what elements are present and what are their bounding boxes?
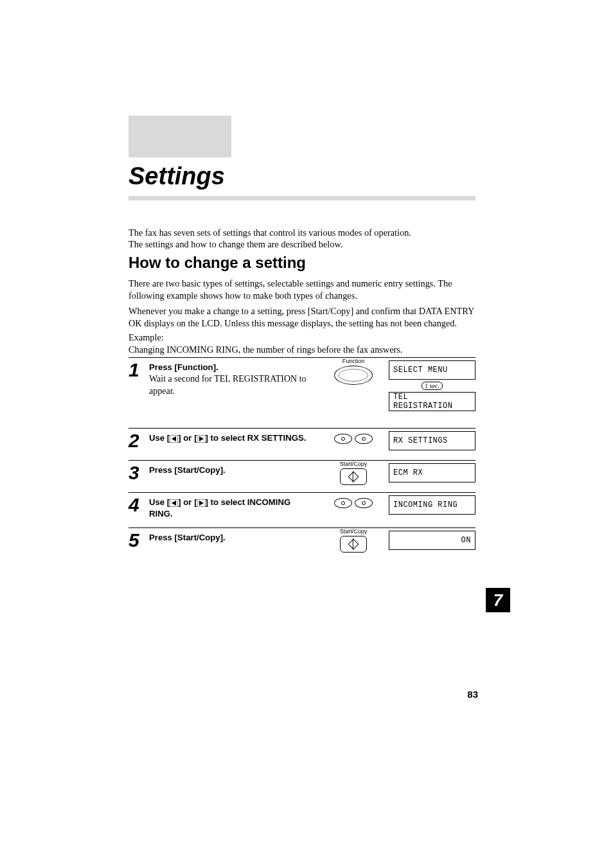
lcd-display: RX SETTINGS bbox=[389, 431, 475, 450]
left-arrow-icon bbox=[170, 499, 178, 507]
example-label: Example: bbox=[129, 332, 164, 342]
left-arrow-icon bbox=[170, 435, 178, 443]
right-arrow-icon bbox=[197, 499, 206, 507]
step-instruction: Use [] or [] to select INCOMING RING. bbox=[149, 497, 316, 520]
para-setting-types: There are two basic types of settings, s… bbox=[129, 278, 475, 301]
step-number: 1 bbox=[129, 359, 139, 381]
step-instruction: Press [Function]. Wait a second for TEL … bbox=[149, 362, 316, 398]
step-text-prefix: Use [ bbox=[149, 433, 170, 443]
lcd-display: SELECT MENU bbox=[389, 360, 475, 380]
step-number: 4 bbox=[129, 494, 139, 516]
lcd-column: ON bbox=[389, 531, 475, 558]
right-arrow-icon bbox=[197, 435, 206, 443]
diamond-icon bbox=[348, 538, 359, 549]
startcopy-label: Start/Copy bbox=[321, 528, 386, 535]
control-column: Start/Copy bbox=[321, 528, 386, 553]
step-text-mid: ] or [ bbox=[178, 433, 197, 443]
step-text-prefix: Use [ bbox=[149, 497, 170, 507]
control-column bbox=[321, 493, 386, 508]
function-button-icon bbox=[334, 366, 373, 385]
step-instruction: Use [] or [] to select RX SETTINGS. bbox=[149, 432, 316, 444]
step-number: 3 bbox=[129, 462, 139, 484]
control-column: Start/Copy bbox=[321, 461, 386, 485]
nav-left-icon bbox=[334, 498, 352, 508]
step-sub-text: Wait a second for TEL REGISTRATION to ap… bbox=[149, 374, 306, 396]
nav-arrow-buttons-icon bbox=[321, 434, 386, 444]
para-confirm: Whenever you make a change to a setting,… bbox=[129, 305, 475, 329]
step-2: 2 Use [] or [] to select RX SETTINGS. RX… bbox=[129, 428, 475, 460]
lcd-display: TEL REGISTRATION bbox=[389, 392, 475, 411]
lcd-delay-note: 1 sec. bbox=[389, 382, 475, 389]
step-1: 1 Press [Function]. Wait a second for TE… bbox=[129, 357, 475, 428]
example-block: Example: Changing INCOMING RING, the num… bbox=[129, 332, 475, 355]
lcd-display: INCOMING RING bbox=[389, 495, 475, 515]
lcd-column: ECM RX bbox=[389, 463, 475, 490]
header-decoration-block bbox=[129, 116, 231, 157]
title-underline bbox=[129, 196, 475, 200]
nav-right-icon bbox=[355, 434, 373, 444]
section-heading: How to change a setting bbox=[129, 254, 306, 272]
nav-arrow-buttons-icon bbox=[321, 498, 386, 508]
step-bold-text: Press [Start/Copy]. bbox=[149, 533, 226, 542]
lcd-display: ON bbox=[389, 531, 475, 550]
control-column: Function bbox=[321, 358, 386, 385]
page: Settings The fax has seven sets of setti… bbox=[0, 0, 613, 868]
step-3: 3 Press [Start/Copy]. Start/Copy ECM RX bbox=[129, 460, 475, 492]
step-number: 2 bbox=[129, 430, 139, 452]
chapter-tab: 7 bbox=[486, 588, 510, 612]
step-4: 4 Use [] or [] to select INCOMING RING. … bbox=[129, 492, 475, 527]
startcopy-label: Start/Copy bbox=[321, 461, 386, 467]
startcopy-button-icon bbox=[340, 468, 367, 485]
intro-line-1: The fax has seven sets of settings that … bbox=[129, 227, 475, 239]
lcd-display: ECM RX bbox=[389, 463, 475, 483]
step-5: 5 Press [Start/Copy]. Start/Copy ON bbox=[129, 527, 475, 560]
lcd-column: RX SETTINGS bbox=[389, 431, 475, 458]
step-bold-text: Press [Function]. bbox=[149, 362, 218, 372]
intro-line-2: The settings and how to change them are … bbox=[129, 238, 475, 251]
step-instruction: Press [Start/Copy]. bbox=[149, 532, 316, 544]
step-bold-text: Press [Start/Copy]. bbox=[149, 465, 226, 475]
lcd-column: INCOMING RING bbox=[389, 495, 475, 522]
step-instruction: Press [Start/Copy]. bbox=[149, 465, 316, 476]
step-text-mid: ] or [ bbox=[178, 497, 197, 507]
page-number: 83 bbox=[467, 689, 478, 700]
step-text-suffix: ] to select RX SETTINGS. bbox=[206, 433, 306, 443]
startcopy-button-icon bbox=[340, 536, 367, 553]
lcd-column: SELECT MENU 1 sec. TEL REGISTRATION bbox=[389, 360, 475, 419]
example-description: Changing INCOMING RING, the number of ri… bbox=[129, 344, 402, 355]
diamond-icon bbox=[348, 472, 359, 483]
steps-list: 1 Press [Function]. Wait a second for TE… bbox=[129, 357, 475, 560]
control-column bbox=[321, 429, 386, 444]
function-label: Function bbox=[321, 358, 386, 364]
chapter-title: Settings bbox=[129, 163, 225, 190]
step-number: 5 bbox=[129, 529, 139, 551]
nav-right-icon bbox=[355, 498, 373, 508]
nav-left-icon bbox=[334, 434, 352, 444]
